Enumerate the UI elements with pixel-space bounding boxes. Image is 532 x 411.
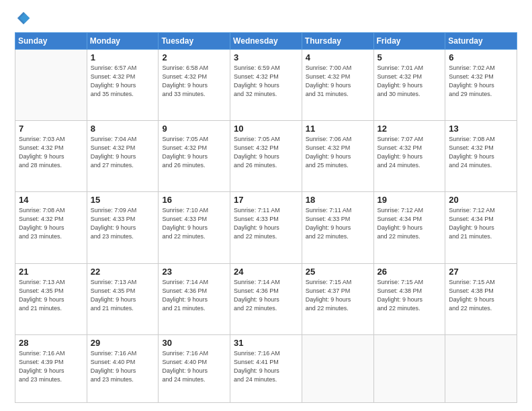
day-info: Sunrise: 7:00 AMSunset: 4:32 PMDaylight:… bbox=[306, 64, 370, 99]
day-number: 14 bbox=[19, 195, 83, 205]
calendar-cell: 29Sunrise: 7:16 AMSunset: 4:40 PMDayligh… bbox=[87, 334, 159, 402]
calendar-cell: 25Sunrise: 7:15 AMSunset: 4:37 PMDayligh… bbox=[302, 263, 373, 334]
day-info: Sunrise: 7:13 AMSunset: 4:35 PMDaylight:… bbox=[19, 278, 83, 313]
day-info: Sunrise: 7:08 AMSunset: 4:32 PMDaylight:… bbox=[449, 135, 513, 170]
calendar-cell: 23Sunrise: 7:14 AMSunset: 4:36 PMDayligh… bbox=[159, 263, 230, 334]
day-info: Sunrise: 6:58 AMSunset: 4:32 PMDaylight:… bbox=[162, 64, 226, 99]
day-number: 6 bbox=[449, 52, 513, 62]
day-info: Sunrise: 7:14 AMSunset: 4:36 PMDaylight:… bbox=[234, 278, 298, 313]
day-number: 3 bbox=[234, 52, 298, 62]
day-info: Sunrise: 7:15 AMSunset: 4:38 PMDaylight:… bbox=[449, 278, 513, 313]
calendar-cell bbox=[15, 50, 87, 121]
calendar-cell bbox=[302, 334, 373, 402]
calendar-cell: 5Sunrise: 7:01 AMSunset: 4:32 PMDaylight… bbox=[373, 50, 445, 121]
logo bbox=[15, 12, 31, 26]
calendar-cell: 10Sunrise: 7:05 AMSunset: 4:32 PMDayligh… bbox=[230, 121, 302, 192]
weekday-header-saturday: Saturday bbox=[445, 33, 517, 50]
day-number: 5 bbox=[378, 52, 442, 62]
day-number: 12 bbox=[378, 124, 442, 134]
day-number: 25 bbox=[306, 267, 370, 277]
calendar-cell: 13Sunrise: 7:08 AMSunset: 4:32 PMDayligh… bbox=[445, 121, 517, 192]
day-number: 13 bbox=[449, 124, 513, 134]
calendar-cell: 4Sunrise: 7:00 AMSunset: 4:32 PMDaylight… bbox=[302, 50, 373, 121]
day-number: 1 bbox=[91, 52, 155, 62]
day-number: 9 bbox=[162, 124, 226, 134]
day-number: 31 bbox=[234, 338, 298, 348]
day-number: 26 bbox=[378, 267, 442, 277]
day-info: Sunrise: 7:16 AMSunset: 4:40 PMDaylight:… bbox=[91, 349, 155, 384]
day-info: Sunrise: 6:59 AMSunset: 4:32 PMDaylight:… bbox=[234, 64, 298, 99]
day-info: Sunrise: 7:16 AMSunset: 4:39 PMDaylight:… bbox=[19, 349, 83, 384]
calendar-cell: 31Sunrise: 7:16 AMSunset: 4:41 PMDayligh… bbox=[230, 334, 302, 402]
day-info: Sunrise: 7:14 AMSunset: 4:36 PMDaylight:… bbox=[162, 278, 226, 313]
day-number: 22 bbox=[91, 267, 155, 277]
weekday-header-monday: Monday bbox=[87, 33, 159, 50]
day-info: Sunrise: 7:01 AMSunset: 4:32 PMDaylight:… bbox=[378, 64, 442, 99]
day-info: Sunrise: 7:12 AMSunset: 4:34 PMDaylight:… bbox=[449, 206, 513, 241]
calendar-cell: 6Sunrise: 7:02 AMSunset: 4:32 PMDaylight… bbox=[445, 50, 517, 121]
weekday-header-row: SundayMondayTuesdayWednesdayThursdayFrid… bbox=[15, 33, 517, 50]
day-number: 24 bbox=[234, 267, 298, 277]
logo-icon bbox=[16, 11, 31, 26]
calendar-week-row: 21Sunrise: 7:13 AMSunset: 4:35 PMDayligh… bbox=[15, 263, 517, 334]
day-info: Sunrise: 7:12 AMSunset: 4:34 PMDaylight:… bbox=[378, 206, 442, 241]
day-info: Sunrise: 6:57 AMSunset: 4:32 PMDaylight:… bbox=[91, 64, 155, 99]
day-info: Sunrise: 7:02 AMSunset: 4:32 PMDaylight:… bbox=[449, 64, 513, 99]
calendar-cell: 15Sunrise: 7:09 AMSunset: 4:33 PMDayligh… bbox=[87, 192, 159, 263]
calendar-cell: 28Sunrise: 7:16 AMSunset: 4:39 PMDayligh… bbox=[15, 334, 87, 402]
calendar-cell: 14Sunrise: 7:08 AMSunset: 4:32 PMDayligh… bbox=[15, 192, 87, 263]
weekday-header-wednesday: Wednesday bbox=[230, 33, 302, 50]
day-info: Sunrise: 7:05 AMSunset: 4:32 PMDaylight:… bbox=[162, 135, 226, 170]
calendar-cell: 8Sunrise: 7:04 AMSunset: 4:32 PMDaylight… bbox=[87, 121, 159, 192]
day-info: Sunrise: 7:07 AMSunset: 4:32 PMDaylight:… bbox=[378, 135, 442, 170]
day-info: Sunrise: 7:16 AMSunset: 4:40 PMDaylight:… bbox=[162, 349, 226, 384]
day-info: Sunrise: 7:03 AMSunset: 4:32 PMDaylight:… bbox=[19, 135, 83, 170]
day-info: Sunrise: 7:09 AMSunset: 4:33 PMDaylight:… bbox=[91, 206, 155, 241]
day-number: 4 bbox=[306, 52, 370, 62]
calendar-cell: 9Sunrise: 7:05 AMSunset: 4:32 PMDaylight… bbox=[159, 121, 230, 192]
calendar-week-row: 1Sunrise: 6:57 AMSunset: 4:32 PMDaylight… bbox=[15, 50, 517, 121]
day-info: Sunrise: 7:08 AMSunset: 4:32 PMDaylight:… bbox=[19, 206, 83, 241]
day-info: Sunrise: 7:05 AMSunset: 4:32 PMDaylight:… bbox=[234, 135, 298, 170]
day-info: Sunrise: 7:15 AMSunset: 4:37 PMDaylight:… bbox=[306, 278, 370, 313]
weekday-header-sunday: Sunday bbox=[15, 33, 87, 50]
calendar-cell: 7Sunrise: 7:03 AMSunset: 4:32 PMDaylight… bbox=[15, 121, 87, 192]
calendar-cell: 11Sunrise: 7:06 AMSunset: 4:32 PMDayligh… bbox=[302, 121, 373, 192]
day-info: Sunrise: 7:04 AMSunset: 4:32 PMDaylight:… bbox=[91, 135, 155, 170]
day-number: 11 bbox=[306, 124, 370, 134]
day-info: Sunrise: 7:10 AMSunset: 4:33 PMDaylight:… bbox=[162, 206, 226, 241]
day-info: Sunrise: 7:16 AMSunset: 4:41 PMDaylight:… bbox=[234, 349, 298, 384]
day-number: 8 bbox=[91, 124, 155, 134]
calendar-cell: 26Sunrise: 7:15 AMSunset: 4:38 PMDayligh… bbox=[373, 263, 445, 334]
calendar-cell: 16Sunrise: 7:10 AMSunset: 4:33 PMDayligh… bbox=[159, 192, 230, 263]
calendar-cell: 2Sunrise: 6:58 AMSunset: 4:32 PMDaylight… bbox=[159, 50, 230, 121]
calendar-week-row: 28Sunrise: 7:16 AMSunset: 4:39 PMDayligh… bbox=[15, 334, 517, 402]
calendar-cell: 20Sunrise: 7:12 AMSunset: 4:34 PMDayligh… bbox=[445, 192, 517, 263]
day-number: 2 bbox=[162, 52, 226, 62]
calendar-week-row: 7Sunrise: 7:03 AMSunset: 4:32 PMDaylight… bbox=[15, 121, 517, 192]
day-number: 27 bbox=[449, 267, 513, 277]
day-number: 20 bbox=[449, 195, 513, 205]
day-number: 21 bbox=[19, 267, 83, 277]
calendar-cell: 18Sunrise: 7:11 AMSunset: 4:33 PMDayligh… bbox=[302, 192, 373, 263]
day-number: 23 bbox=[162, 267, 226, 277]
day-number: 30 bbox=[162, 338, 226, 348]
weekday-header-friday: Friday bbox=[373, 33, 445, 50]
day-number: 17 bbox=[234, 195, 298, 205]
day-number: 18 bbox=[306, 195, 370, 205]
calendar-cell: 21Sunrise: 7:13 AMSunset: 4:35 PMDayligh… bbox=[15, 263, 87, 334]
calendar-cell: 27Sunrise: 7:15 AMSunset: 4:38 PMDayligh… bbox=[445, 263, 517, 334]
calendar-table: SundayMondayTuesdayWednesdayThursdayFrid… bbox=[15, 32, 517, 403]
day-number: 29 bbox=[91, 338, 155, 348]
day-info: Sunrise: 7:11 AMSunset: 4:33 PMDaylight:… bbox=[306, 206, 370, 241]
day-number: 15 bbox=[91, 195, 155, 205]
day-number: 28 bbox=[19, 338, 83, 348]
calendar-cell: 12Sunrise: 7:07 AMSunset: 4:32 PMDayligh… bbox=[373, 121, 445, 192]
calendar-week-row: 14Sunrise: 7:08 AMSunset: 4:32 PMDayligh… bbox=[15, 192, 517, 263]
calendar-cell: 30Sunrise: 7:16 AMSunset: 4:40 PMDayligh… bbox=[159, 334, 230, 402]
day-info: Sunrise: 7:11 AMSunset: 4:33 PMDaylight:… bbox=[234, 206, 298, 241]
calendar-page: SundayMondayTuesdayWednesdayThursdayFrid… bbox=[0, 0, 532, 411]
calendar-cell bbox=[445, 334, 517, 402]
day-info: Sunrise: 7:13 AMSunset: 4:35 PMDaylight:… bbox=[91, 278, 155, 313]
day-info: Sunrise: 7:15 AMSunset: 4:38 PMDaylight:… bbox=[378, 278, 442, 313]
